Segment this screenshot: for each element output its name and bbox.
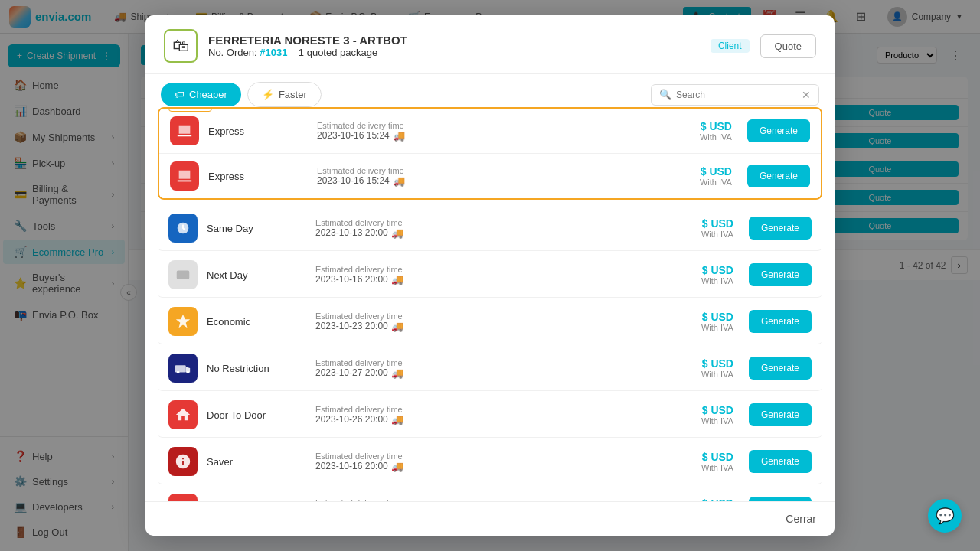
modal-search-icon: 🔍 [659,89,671,100]
price-col-2: $ USD With IVA [671,165,732,187]
modal-title: FERRETERIA NORESTE 3 - ARTBOT No. Orden:… [208,34,700,58]
service-name-7: Door To Door [207,409,306,421]
service-name-2: Express [208,171,308,182]
service-name-5: Economic [207,316,306,328]
shopify-icon: 🛍 [164,29,198,63]
generate-button-4[interactable]: Generate [749,263,812,286]
truck-icon-1: 🚚 [393,130,405,142]
service-row-6: No Restriction Estimated delivery time 2… [158,346,822,391]
generate-button-7[interactable]: Generate [749,403,812,426]
truck-icon-8: 🚚 [391,461,403,472]
carrier-logo-5 [168,307,198,336]
faster-tab[interactable]: ⚡ Faster [247,82,322,107]
price-col-3: $ USD With IVA [672,217,733,239]
delivery-info-5: Estimated delivery time 2023-10-23 20:00… [315,311,663,332]
client-badge: Client [710,39,750,53]
svg-point-4 [177,371,180,374]
delivery-date-1: 2023-10-16 15:24 [317,130,390,141]
service-row-5: Economic Estimated delivery time 2023-10… [158,299,822,344]
generate-button-2[interactable]: Generate [747,165,810,187]
service-name-4: Next Day [207,269,306,281]
cheaper-icon: 🏷 [175,89,185,100]
modal-header: 🛍 FERRETERIA NORESTE 3 - ARTBOT No. Orde… [145,15,835,74]
carrier-logo-4 [168,260,198,289]
service-row-4: Next Day Estimated delivery time 2023-10… [158,253,822,298]
service-name-3: Same Day [207,223,306,234]
delivery-info-1: Estimated delivery time 2023-10-16 15:24… [317,121,662,142]
generate-button-1[interactable]: Generate [747,119,810,142]
delivery-info-2: Estimated delivery time 2023-10-16 15:24… [317,166,662,187]
service-row-7: Door To Door Estimated delivery time 202… [158,393,822,438]
truck-icon-4: 🚚 [391,274,403,285]
service-name-8: Saver [207,456,306,468]
truck-icon-2: 🚚 [393,175,405,187]
truck-icon-5: 🚚 [391,321,403,332]
price-col-1: $ USD With IVA [671,120,732,142]
svg-marker-2 [176,315,190,328]
delivery-date-6: 2023-10-27 20:00 [315,367,388,378]
service-row-9: Ecoexpress Estimated delivery time 2023-… [158,486,822,501]
service-row-8: Saver Estimated delivery time 2023-10-16… [158,439,822,484]
modal-body: Favorite Express Estimated delivery time… [145,107,835,501]
delivery-info-3: Estimated delivery time 2023-10-13 20:00… [315,218,663,239]
delivery-date-3: 2023-10-13 20:00 [315,227,388,238]
price-col-6: $ USD With IVA [672,357,733,379]
price-col-4: $ USD With IVA [672,264,733,285]
delivery-date-8: 2023-10-16 20:00 [315,461,388,471]
quote-modal: 🛍 FERRETERIA NORESTE 3 - ARTBOT No. Orde… [145,15,835,536]
truck-icon-3: 🚚 [391,227,403,239]
generate-button-6[interactable]: Generate [749,357,812,380]
carrier-logo-2 [170,161,199,191]
modal-search-box: 🔍 ✕ [651,84,819,106]
delivery-info-7: Estimated delivery time 2023-10-26 20:00… [315,405,663,425]
price-col-7: $ USD With IVA [672,404,733,425]
truck-icon-6: 🚚 [391,367,403,379]
generate-button-5[interactable]: Generate [749,310,812,333]
modal-quote-button[interactable]: Quote [760,34,816,58]
modal-search-input[interactable] [676,90,797,100]
clear-search-button[interactable]: ✕ [802,89,811,101]
delivery-date-2: 2023-10-16 15:24 [317,175,390,186]
store-name: FERRETERIA NORESTE 3 - ARTBOT [208,34,700,47]
delivery-date-7: 2023-10-26 20:00 [315,414,388,425]
generate-button-8[interactable]: Generate [749,450,812,473]
service-name-6: No Restriction [207,363,306,374]
service-row-1: Express Estimated delivery time 2023-10-… [159,109,821,154]
package-info: 1 quoted package [299,47,377,58]
favorite-label: Favorite [168,107,212,112]
delivery-info-4: Estimated delivery time 2023-10-16 20:00… [315,265,663,285]
modal-footer: Cerrar [145,501,835,536]
price-col-5: $ USD With IVA [672,311,733,332]
carrier-logo-9 [168,494,198,501]
faster-icon: ⚡ [262,89,274,100]
favorite-section: Favorite Express Estimated delivery time… [158,107,822,200]
delivery-info-6: Estimated delivery time 2023-10-27 20:00… [315,358,663,379]
modal-controls: 🏷 Cheaper ⚡ Faster 🔍 ✕ [145,74,835,107]
carrier-logo-1 [170,116,199,145]
svg-rect-3 [175,365,186,372]
delivery-date-5: 2023-10-23 20:00 [315,321,388,331]
service-row-3: Same Day Estimated delivery time 2023-10… [158,206,822,251]
carrier-logo-3 [168,214,198,243]
svg-rect-1 [177,271,190,279]
carrier-logo-7 [168,400,198,429]
modal-overlay[interactable]: 🛍 FERRETERIA NORESTE 3 - ARTBOT No. Orde… [0,0,980,551]
order-number: #1031 [260,47,287,58]
price-col-8: $ USD With IVA [672,451,733,472]
service-name-1: Express [208,126,308,137]
order-info: No. Orden: #1031 1 quoted package [208,47,700,58]
generate-button-3[interactable]: Generate [749,217,812,240]
cheaper-tab[interactable]: 🏷 Cheaper [161,83,241,106]
chat-bubble[interactable]: 💬 [928,499,962,533]
service-row-2: Express Estimated delivery time 2023-10-… [159,154,821,198]
close-modal-button[interactable]: Cerrar [786,513,816,525]
carrier-logo-6 [168,354,198,383]
truck-icon-7: 🚚 [391,414,403,425]
svg-point-5 [187,371,190,374]
delivery-date-4: 2023-10-16 20:00 [315,274,388,285]
carrier-logo-8 [168,447,198,476]
delivery-info-8: Estimated delivery time 2023-10-16 20:00… [315,452,663,472]
